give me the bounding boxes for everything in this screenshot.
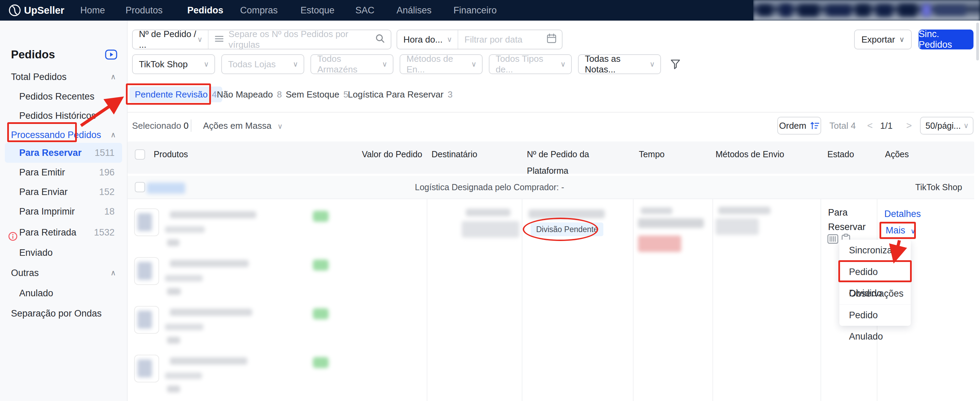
page-prev-icon[interactable]: <	[867, 117, 873, 134]
nav-sac[interactable]: SAC	[355, 0, 375, 21]
sidebar-item-pedidos-recentes[interactable]: Pedidos Recentes	[0, 86, 127, 106]
redacted-time-warning	[638, 235, 681, 252]
sidebar-item-para-enviar[interactable]: Para Enviar 152	[0, 182, 127, 202]
col-valor: Valor do Pedido	[360, 146, 425, 162]
platform-select[interactable]: TikTok Shop ∨	[132, 54, 215, 74]
sidebar-item-total-pedidos[interactable]: Total Pedidos ∧	[0, 67, 127, 87]
nav-analises[interactable]: Análises	[396, 0, 431, 21]
nav-produtos[interactable]: Produtos	[126, 0, 162, 21]
product-thumbnail	[134, 257, 159, 285]
chevron-down-icon: ∨	[650, 60, 655, 68]
sidebar-item-pedidos-historicos[interactable]: Pedidos Históricos	[0, 106, 127, 126]
chevron-down-icon: ∨	[899, 35, 904, 43]
calendar-icon[interactable]	[547, 33, 556, 46]
menu-item-observacoes[interactable]: Observações	[839, 283, 911, 305]
order-number-type-select[interactable]: Nº de Pedido / ... ∨	[133, 30, 208, 49]
brand-name: UpSeller	[24, 0, 65, 21]
chevron-down-icon: ∨	[964, 121, 969, 130]
col-acoes: Ações	[885, 146, 908, 162]
redacted-time-value	[638, 218, 704, 228]
redacted-green-tag	[313, 211, 329, 222]
sidebar-item-processando-pedidos[interactable]: Processando Pedidos ∧	[0, 125, 127, 145]
filter-funnel-icon[interactable]	[670, 58, 681, 72]
video-tutorial-icon[interactable]	[105, 50, 117, 62]
sidebar-item-outras[interactable]: Outras ∧	[0, 263, 127, 283]
export-button[interactable]: Exportar ∨	[854, 30, 912, 50]
toolbar-divider	[191, 120, 191, 132]
page-indicator: 1/1	[880, 117, 892, 134]
menu-item-pedido-dividido[interactable]: Pedido Dividido	[839, 261, 911, 283]
tab-pendente-revisao[interactable]: Pendente Revisão4	[129, 86, 222, 102]
page-next-icon[interactable]: >	[906, 117, 912, 134]
shipping-methods-select[interactable]: Métodos de En... ∨	[399, 54, 483, 74]
nav-estoque[interactable]: Estoque	[301, 0, 334, 21]
col-numero-pedido: Nº de Pedido da Plataforma	[527, 146, 599, 179]
tab-sem-estoque[interactable]: Sem Estoque5	[286, 86, 348, 102]
select-all-checkbox[interactable]	[135, 149, 145, 160]
sidebar-title: Pedidos	[11, 48, 55, 61]
product-thumbnail	[134, 208, 159, 236]
selected-count: Selecionado 0	[132, 117, 189, 134]
col-destinatario: Destinatário	[431, 146, 477, 162]
sidebar-item-enviado[interactable]: Enviado	[0, 243, 127, 263]
scrollbar-thumb[interactable]	[976, 23, 979, 61]
more-dropdown-link[interactable]: Mais ∨	[886, 225, 915, 236]
chevron-down-icon: ∨	[471, 60, 476, 68]
date-type-select[interactable]: Hora do... ∨	[397, 30, 458, 49]
group-logistics-label: Logística Designada pelo Comprador: -	[352, 176, 627, 198]
split-pending-badge: Divisão Pendente	[531, 222, 603, 236]
sync-orders-button[interactable]: Sinc. Pedidos	[919, 30, 974, 50]
nav-compras[interactable]: Compras	[240, 0, 278, 21]
group-platform-label: TikTok Shop	[894, 176, 962, 198]
date-filter-combo: Hora do... ∨ Filtrar por data	[396, 30, 563, 50]
types-select[interactable]: Todos Tipos de... ∨	[489, 54, 572, 74]
chevron-down-icon: ∨	[293, 60, 298, 68]
chevron-up-icon[interactable]: ∧	[110, 125, 116, 145]
bulk-actions-dropdown[interactable]: Ações em Massa ∨	[203, 117, 283, 134]
order-status: Para Reservar	[828, 205, 873, 234]
upseller-logo-icon	[8, 4, 21, 19]
sidebar-item-para-retirada[interactable]: Para Retirada 1532	[0, 222, 127, 242]
product-thumbnail	[134, 355, 159, 382]
redacted-product-qty	[167, 288, 181, 295]
sidebar-item-separacao-por-ondas[interactable]: Separação por Ondas	[0, 304, 127, 323]
sidebar-item-para-imprimir[interactable]: Para Imprimir 18	[0, 201, 127, 221]
notes-select[interactable]: Todas as Notas... ∨	[578, 54, 661, 74]
stores-select[interactable]: Todas Lojas ∨	[221, 54, 304, 74]
tab-nao-mapeado[interactable]: Não Mapeado8	[217, 86, 282, 102]
redacted-green-tag	[313, 357, 329, 368]
chevron-up-icon[interactable]: ∧	[110, 67, 116, 87]
date-filter-input[interactable]: Filtrar por data	[465, 34, 522, 45]
redacted-product-sku	[165, 226, 205, 233]
search-icon[interactable]	[375, 33, 385, 46]
col-tempo: Tempo	[633, 146, 671, 162]
order-link-redacted[interactable]	[147, 183, 185, 193]
order-search-input[interactable]: Separe os Nº dos Pedidos por vírgulas	[228, 29, 375, 50]
chevron-up-icon[interactable]: ∧	[110, 263, 116, 283]
chevron-down-icon: ∨	[382, 60, 387, 68]
sidebar-item-para-emitir[interactable]: Para Emitir 196	[0, 162, 127, 182]
page-size-select[interactable]: 50/pági... ∨	[920, 117, 974, 134]
details-link[interactable]: Detalhes	[884, 209, 921, 219]
menu-item-sincronizar[interactable]: Sincronizar	[839, 240, 911, 261]
group-checkbox[interactable]	[135, 182, 145, 192]
barcode-icon[interactable]	[827, 234, 838, 246]
list-icon	[215, 34, 224, 45]
menu-item-pedido-anulado[interactable]: Pedido Anulado	[839, 305, 911, 326]
chevron-down-icon: ∨	[204, 60, 209, 68]
nav-pedidos[interactable]: Pedidos	[187, 0, 223, 21]
warehouses-select[interactable]: Todos Armazéns ∨	[310, 54, 393, 74]
redacted-green-tag	[313, 308, 329, 319]
redacted-product-title	[170, 358, 247, 364]
sidebar-pedidos: Pedidos Total Pedidos ∧ Pedidos Recentes…	[0, 21, 127, 401]
order-sort-button[interactable]: Ordem	[777, 117, 821, 134]
sidebar-item-anulado[interactable]: Anulado	[0, 283, 127, 303]
sidebar-item-para-reservar[interactable]: Para Reservar 1511	[0, 143, 127, 163]
upseller-app: UpSeller Home Produtos Pedidos Compras E…	[0, 0, 980, 401]
tab-logistica-para-reservar[interactable]: Logística Para Reservar3	[348, 86, 452, 102]
nav-financeiro[interactable]: Financeiro	[453, 0, 497, 21]
tabs-divider	[127, 112, 974, 113]
top-navbar: UpSeller Home Produtos Pedidos Compras E…	[0, 0, 980, 21]
nav-home[interactable]: Home	[80, 0, 105, 21]
total-count: Total 4	[829, 117, 856, 134]
